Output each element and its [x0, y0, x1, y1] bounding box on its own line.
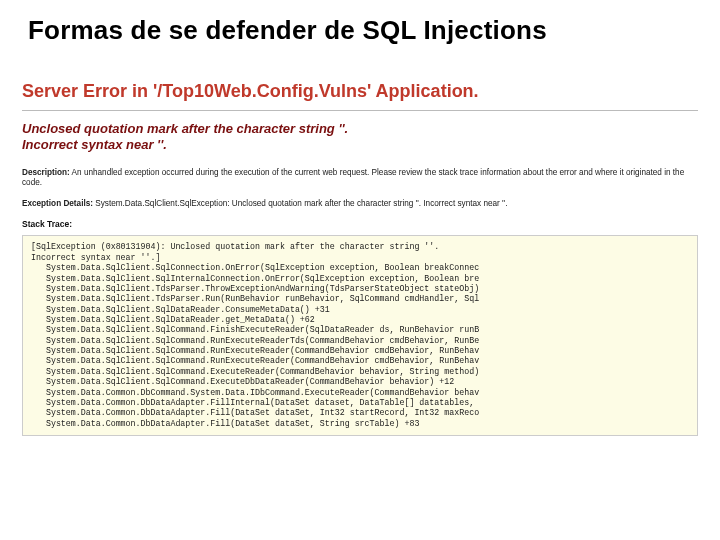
- details-text: System.Data.SqlClient.SqlException: Uncl…: [95, 199, 507, 208]
- error-message-line2: Incorrect syntax near ''.: [22, 137, 698, 153]
- description-text: An unhandled exception occurred during t…: [22, 168, 684, 188]
- stack-trace-box: [SqlException (0x80131904): Unclosed quo…: [22, 235, 698, 435]
- server-error-heading: Server Error in '/Top10Web.Config.Vulns'…: [22, 81, 698, 106]
- error-description: Description: An unhandled exception occu…: [22, 168, 698, 199]
- error-page: Server Error in '/Top10Web.Config.Vulns'…: [18, 81, 702, 436]
- divider: [22, 110, 698, 111]
- description-label: Description:: [22, 168, 70, 177]
- exception-details: Exception Details: System.Data.SqlClient…: [22, 199, 698, 220]
- details-label: Exception Details:: [22, 199, 93, 208]
- stack-trace-label: Stack Trace:: [22, 219, 698, 235]
- slide-title: Formas de se defender de SQL Injections: [18, 10, 702, 81]
- error-message-line1: Unclosed quotation mark after the charac…: [22, 121, 698, 137]
- error-message: Unclosed quotation mark after the charac…: [22, 121, 698, 168]
